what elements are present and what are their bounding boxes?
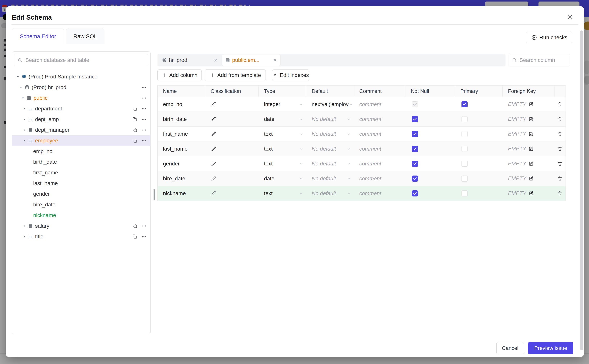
panel-splitter-handle[interactable] — [153, 189, 155, 200]
not-null-checkbox[interactable] — [412, 176, 418, 182]
tab-raw-sql[interactable]: Raw SQL — [66, 29, 104, 44]
edit-classification-icon[interactable] — [211, 131, 216, 137]
chevron-down-icon[interactable] — [349, 102, 354, 107]
close-tab-icon[interactable] — [273, 58, 278, 63]
tree-item-dept_emp[interactable]: dept_emp — [12, 114, 150, 125]
cancel-button[interactable]: Cancel — [496, 342, 524, 354]
chevron-down-icon[interactable] — [299, 161, 304, 166]
tree-item-department[interactable]: department — [12, 103, 150, 114]
edit-foreign-key-icon[interactable] — [528, 176, 534, 182]
chevron-right-icon[interactable] — [22, 128, 27, 132]
tree-item-first_name[interactable]: first_name — [12, 167, 150, 178]
column-name-field[interactable]: nickname — [163, 190, 186, 196]
chevron-right-icon[interactable] — [22, 224, 27, 228]
tab-chip-hr-prod[interactable]: hr_prod — [157, 54, 222, 66]
chevron-down-icon[interactable] — [299, 117, 304, 122]
not-null-checkbox[interactable] — [412, 131, 418, 137]
not-null-checkbox[interactable] — [412, 161, 418, 167]
primary-checkbox[interactable] — [462, 146, 468, 152]
column-comment-input[interactable]: comment — [359, 131, 381, 137]
search-column-input[interactable]: Search column — [509, 54, 570, 66]
edit-classification-icon[interactable] — [211, 191, 216, 196]
column-name-field[interactable]: emp_no — [163, 101, 182, 107]
delete-column-icon[interactable] — [557, 101, 563, 107]
column-name-field[interactable]: first_name — [163, 131, 188, 137]
column-name-field[interactable]: last_name — [163, 146, 187, 152]
edit-foreign-key-icon[interactable] — [528, 101, 534, 107]
delete-column-icon[interactable] — [557, 146, 563, 152]
copy-icon[interactable] — [132, 138, 138, 143]
column-comment-input[interactable]: comment — [359, 190, 381, 196]
not-null-checkbox[interactable] — [412, 146, 418, 152]
more-options-icon[interactable] — [141, 138, 147, 143]
chevron-down-icon[interactable] — [346, 117, 351, 122]
column-default-select[interactable]: No default — [312, 146, 336, 152]
edit-classification-icon[interactable] — [211, 101, 216, 107]
column-type-select[interactable]: text — [264, 190, 273, 196]
column-name-field[interactable]: hire_date — [163, 176, 185, 182]
preview-issue-button[interactable]: Preview issue — [528, 342, 573, 354]
more-options-icon[interactable] — [141, 127, 147, 133]
chevron-down-icon[interactable] — [299, 191, 304, 196]
more-options-icon[interactable] — [141, 106, 147, 111]
tab-chip-public-employee[interactable]: public.em... — [222, 54, 280, 66]
more-options-icon[interactable] — [141, 223, 147, 229]
column-name-field[interactable]: gender — [163, 161, 180, 167]
tree-item-last_name[interactable]: last_name — [12, 178, 150, 189]
close-icon[interactable] — [566, 13, 575, 21]
delete-column-icon[interactable] — [557, 191, 563, 196]
column-default-select[interactable]: No default — [312, 131, 336, 137]
copy-icon[interactable] — [132, 223, 138, 229]
column-comment-input[interactable]: comment — [359, 146, 381, 152]
chevron-down-icon[interactable] — [346, 191, 351, 196]
more-options-icon[interactable] — [141, 95, 147, 101]
edit-indexes-button[interactable]: Edit indexes — [272, 70, 309, 81]
not-null-checkbox[interactable] — [412, 101, 418, 107]
search-database-input[interactable]: Search database and table — [14, 54, 148, 66]
primary-checkbox[interactable] — [462, 101, 468, 107]
column-default-select[interactable]: No default — [312, 161, 336, 167]
edit-classification-icon[interactable] — [211, 116, 216, 122]
edit-foreign-key-icon[interactable] — [528, 146, 534, 152]
close-tab-icon[interactable] — [213, 58, 218, 63]
chevron-down-icon[interactable] — [16, 74, 20, 79]
add-from-template-button[interactable]: Add from template — [205, 70, 266, 81]
column-type-select[interactable]: date — [264, 116, 274, 122]
edit-classification-icon[interactable] — [211, 161, 216, 167]
tree-item-nickname[interactable]: nickname — [12, 210, 150, 221]
chevron-down-icon[interactable] — [346, 176, 351, 181]
chevron-right-icon[interactable] — [22, 117, 27, 122]
chevron-down-icon[interactable] — [346, 131, 351, 136]
primary-checkbox[interactable] — [462, 116, 468, 122]
copy-icon[interactable] — [132, 117, 138, 122]
column-name-field[interactable]: birth_date — [163, 116, 187, 122]
tree-item--prod-prod-sample-instance[interactable]: (Prod) Prod Sample Instance — [12, 72, 150, 82]
tree-item-gender[interactable]: gender — [12, 189, 150, 199]
chevron-down-icon[interactable] — [346, 146, 351, 151]
column-comment-input[interactable]: comment — [359, 161, 381, 167]
delete-column-icon[interactable] — [557, 176, 563, 182]
modal-scrollbar[interactable] — [580, 31, 583, 350]
primary-checkbox[interactable] — [462, 176, 468, 182]
edit-classification-icon[interactable] — [211, 176, 216, 182]
column-default-select[interactable]: nextval('employ — [312, 101, 349, 107]
chevron-down-icon[interactable] — [346, 161, 351, 166]
chevron-down-icon[interactable] — [299, 176, 304, 181]
tree-item-emp_no[interactable]: emp_no — [12, 146, 150, 157]
tree-item-salary[interactable]: salary — [12, 221, 150, 231]
copy-icon[interactable] — [132, 127, 138, 133]
column-type-select[interactable]: text — [264, 161, 273, 167]
edit-foreign-key-icon[interactable] — [528, 191, 534, 196]
column-type-select[interactable]: text — [264, 131, 273, 137]
edit-foreign-key-icon[interactable] — [528, 161, 534, 167]
column-type-select[interactable]: date — [264, 176, 274, 182]
add-column-button[interactable]: Add column — [157, 70, 202, 81]
copy-icon[interactable] — [132, 234, 138, 239]
chevron-right-icon[interactable] — [22, 106, 27, 111]
more-options-icon[interactable] — [141, 117, 147, 122]
column-type-select[interactable]: text — [264, 146, 273, 152]
edit-foreign-key-icon[interactable] — [528, 116, 534, 122]
tree-item--prod-hr_prod[interactable]: (Prod) hr_prod — [12, 82, 150, 93]
tab-schema-editor[interactable]: Schema Editor — [12, 29, 64, 44]
delete-column-icon[interactable] — [557, 131, 563, 137]
